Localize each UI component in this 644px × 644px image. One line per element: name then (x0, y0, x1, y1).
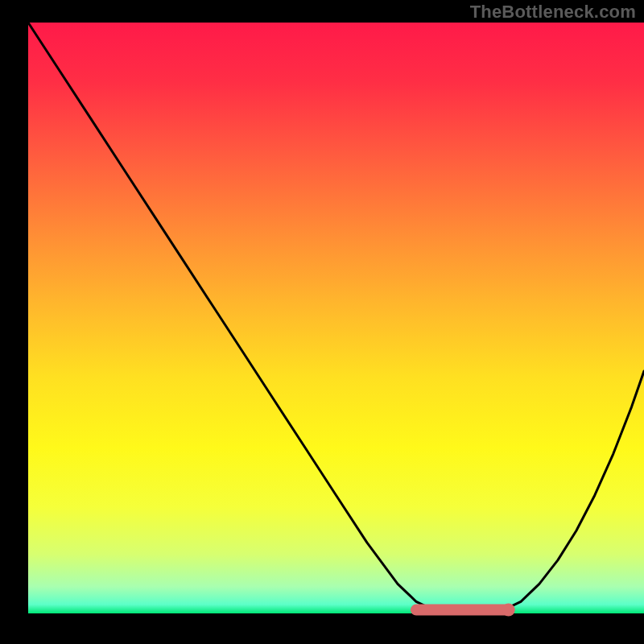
chart-container: TheBottleneck.com (0, 0, 644, 644)
selected-point-dot (502, 604, 515, 617)
bottleneck-chart (0, 0, 644, 644)
chart-background (28, 23, 644, 613)
watermark-text: TheBottleneck.com (470, 2, 636, 23)
